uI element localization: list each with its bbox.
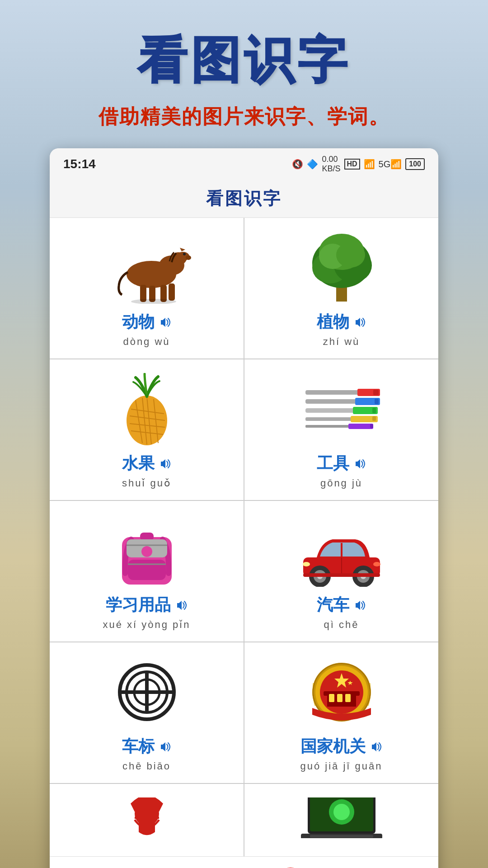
category-plants[interactable]: 植物 zhí wù xyxy=(244,218,438,359)
hd-badge: HD xyxy=(344,159,360,170)
svg-rect-33 xyxy=(305,408,355,413)
fruits-label-row: 水果 xyxy=(122,453,172,475)
svg-rect-29 xyxy=(305,390,360,395)
svg-rect-11 xyxy=(169,283,175,301)
government-pinyin: guó jiā jī guān xyxy=(300,760,383,772)
svg-rect-73 xyxy=(329,694,334,702)
svg-rect-46 xyxy=(128,560,166,580)
svg-point-6 xyxy=(183,253,186,255)
cars-label-row: 汽车 xyxy=(317,594,366,616)
status-bar: 15:14 🔇 🔷 0.00KB/S HD 📶 5G📶 100 xyxy=(50,148,438,180)
carlogo-sound[interactable] xyxy=(159,741,172,753)
category-transport[interactable] xyxy=(50,784,244,856)
svg-rect-35 xyxy=(305,417,353,421)
plants-label: 植物 xyxy=(317,311,349,333)
svg-point-20 xyxy=(127,396,167,445)
svg-rect-37 xyxy=(305,425,351,428)
category-grid: 动物 dòng wù xyxy=(50,218,438,856)
carlogo-pinyin: chē biāo xyxy=(122,760,171,772)
app-header: 看图识字 xyxy=(50,180,438,218)
government-sound[interactable] xyxy=(370,741,383,753)
cars-pinyin: qì chē xyxy=(324,619,359,631)
bluetooth-icon: 🔷 xyxy=(307,159,318,170)
school-sound[interactable] xyxy=(175,599,188,612)
svg-point-61 xyxy=(373,562,380,566)
school-pinyin: xué xí yòng pǐn xyxy=(103,619,190,631)
status-time: 15:14 xyxy=(63,157,96,171)
kb-label: 0.00KB/S xyxy=(322,155,340,174)
cars-image xyxy=(296,514,387,587)
cars-sound[interactable] xyxy=(354,599,366,612)
bottom-nav: 查找 识字 xyxy=(50,856,438,868)
plants-pinyin: zhí wù xyxy=(323,336,360,348)
tools-sound[interactable] xyxy=(354,458,366,470)
svg-rect-75 xyxy=(345,694,351,702)
tools-label-row: 工具 xyxy=(317,453,366,475)
carlogo-label-row: 车标 xyxy=(122,736,172,758)
plants-image xyxy=(296,231,387,304)
hero-title: 看图识字 xyxy=(18,27,470,94)
hero-section: 看图识字 借助精美的图片来识字、学词。 xyxy=(0,0,488,148)
svg-rect-31 xyxy=(305,399,357,404)
svg-marker-7 xyxy=(180,248,185,251)
signal-icon: 5G📶 xyxy=(379,159,402,170)
animals-image xyxy=(102,231,192,304)
battery-icon: 100 xyxy=(405,158,425,170)
government-label: 国家机关 xyxy=(300,736,366,758)
transport-image xyxy=(102,797,192,838)
category-school[interactable]: 学习用品 xué xí yòng pǐn xyxy=(50,501,244,642)
animals-label: 动物 xyxy=(122,311,155,333)
svg-point-5 xyxy=(186,255,191,260)
svg-point-19 xyxy=(336,242,365,268)
mute-icon: 🔇 xyxy=(292,159,303,170)
svg-rect-41 xyxy=(372,408,376,413)
hero-subtitle: 借助精美的图片来识字、学词。 xyxy=(18,104,470,130)
laptop-image xyxy=(296,797,387,838)
svg-point-86 xyxy=(333,804,350,820)
plants-sound[interactable] xyxy=(354,316,366,329)
category-fruits[interactable]: 水果 shuǐ guǒ xyxy=(50,359,244,500)
phone-frame: 15:14 🔇 🔷 0.00KB/S HD 📶 5G📶 100 看图识字 xyxy=(50,148,438,868)
svg-rect-88 xyxy=(310,835,373,838)
svg-rect-42 xyxy=(372,416,376,421)
category-government[interactable]: 国家机关 guó jiā jī guān xyxy=(244,642,438,783)
school-label-row: 学习用品 xyxy=(106,594,188,616)
cars-label: 汽车 xyxy=(317,594,349,616)
school-label: 学习用品 xyxy=(106,594,171,616)
carlogo-image xyxy=(102,656,192,728)
wifi-icon: 📶 xyxy=(364,159,375,170)
category-laptop[interactable] xyxy=(244,784,438,856)
carlogo-label: 车标 xyxy=(122,736,155,758)
svg-rect-62 xyxy=(303,573,380,577)
svg-rect-74 xyxy=(337,694,343,702)
category-tools[interactable]: 工具 gōng jù xyxy=(244,359,438,500)
plants-label-row: 植物 xyxy=(317,311,366,333)
tools-label: 工具 xyxy=(317,453,349,475)
school-image xyxy=(102,514,192,587)
fruits-image xyxy=(102,373,192,445)
fruits-sound[interactable] xyxy=(159,458,172,470)
svg-rect-38 xyxy=(348,424,373,429)
nav-picture[interactable]: 看图识字 xyxy=(260,864,321,868)
svg-point-50 xyxy=(141,546,152,557)
category-cars[interactable]: 汽车 qì chē xyxy=(244,501,438,642)
svg-point-60 xyxy=(303,562,310,566)
fruits-label: 水果 xyxy=(122,453,155,475)
animals-sound[interactable] xyxy=(159,316,172,329)
category-animals[interactable]: 动物 dòng wù xyxy=(50,218,244,359)
app-header-title: 看图识字 xyxy=(206,189,282,208)
fruits-pinyin: shuǐ guǒ xyxy=(122,477,171,489)
tools-image xyxy=(296,373,387,445)
animals-pinyin: dòng wù xyxy=(123,336,170,348)
svg-rect-40 xyxy=(375,399,379,404)
status-icons: 🔇 🔷 0.00KB/S HD 📶 5G📶 100 xyxy=(292,155,425,174)
svg-rect-43 xyxy=(370,424,373,428)
animals-label-row: 动物 xyxy=(122,311,172,333)
government-label-row: 国家机关 xyxy=(300,736,383,758)
government-image xyxy=(296,656,387,728)
svg-rect-39 xyxy=(373,390,379,395)
tools-pinyin: gōng jù xyxy=(320,477,362,489)
category-carlogo[interactable]: 车标 chē biāo xyxy=(50,642,244,783)
